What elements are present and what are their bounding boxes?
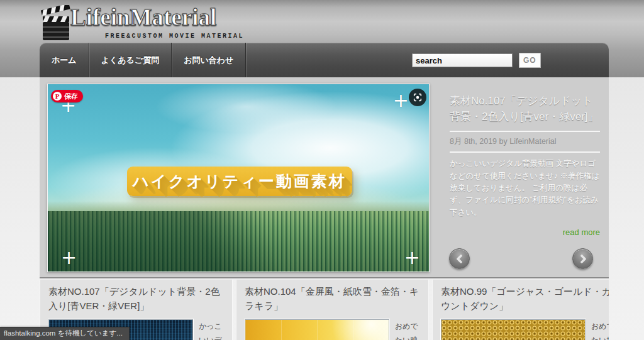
site-tagline: FREE&CUSTOM MOVIE MATERIAL <box>70 33 244 40</box>
next-slide-button[interactable] <box>572 248 593 269</box>
main-navigation: ホーム よくあるご質問 お問い合わせ GO <box>40 43 609 77</box>
post-card: 素材NO.104「金屏風・紙吹雪・金箔・キラキラ」 おめでたい映像にどうぞ <box>236 280 429 340</box>
hero-banner: ハイクオリティー動画素材 <box>127 167 352 196</box>
featured-post-description: かっこいいデジタル背景動画 文字やロゴなどのせて使用くださいませ♪ ※著作権は放… <box>450 158 600 219</box>
post-card-body: おめでたい場面にどうぞ <box>441 319 609 340</box>
post-card: 素材NO.99「ゴージャス・ゴールド・カウントダウン」 おめでたい場面にどうぞ <box>432 280 609 340</box>
hero-banner-text: ハイクオリティー動画素材 <box>133 171 347 192</box>
plus-mark-icon: + <box>61 251 77 264</box>
nav-item-faq[interactable]: よくあるご質問 <box>89 43 172 77</box>
image-lens-button[interactable] <box>409 89 426 106</box>
plus-mark-icon: + <box>404 251 420 264</box>
post-card-title[interactable]: 素材NO.107「デジタルドット背景・2色入り[青VER・緑VER]」 <box>48 284 224 314</box>
site-title: LifeinMaterial <box>70 4 216 31</box>
hero-forest-image <box>48 211 429 271</box>
search-area: GO <box>412 53 541 68</box>
thumbnail-gold-countdown[interactable] <box>441 319 586 340</box>
divider <box>450 151 600 153</box>
pinterest-save-label: 保存 <box>64 92 78 101</box>
divider <box>450 131 600 132</box>
plus-mark-icon: + <box>393 94 409 107</box>
pinterest-icon: P <box>53 92 62 101</box>
site-logo[interactable]: LifeinMaterial FREE&CUSTOM MOVIE MATERIA… <box>38 3 252 41</box>
nav-item-home[interactable]: ホーム <box>40 43 89 77</box>
search-go-button[interactable]: GO <box>519 53 541 68</box>
post-card-snippet: かっこいいデジタル背景動画 <box>199 319 224 340</box>
clapperboard-icon <box>39 5 72 41</box>
post-card-title[interactable]: 素材NO.99「ゴージャス・ゴールド・カウントダウン」 <box>441 284 609 314</box>
thumbnail-gold-foil[interactable] <box>245 319 389 340</box>
hero-slide[interactable]: + + + + ハイクオリティー動画素材 P 保存 <box>47 84 430 272</box>
post-card-snippet: おめでたい映像にどうぞ <box>395 319 420 340</box>
chevron-right-icon <box>579 255 587 263</box>
featured-post-date: 8月 8th, 2019 by LifeinMaterial <box>450 136 600 147</box>
search-input[interactable] <box>412 53 513 67</box>
post-card-title[interactable]: 素材NO.104「金屏風・紙吹雪・金箔・キラキラ」 <box>245 284 420 314</box>
chevron-left-icon <box>455 255 464 263</box>
read-more-link[interactable]: read more <box>450 228 600 237</box>
featured-post-title[interactable]: 素材No.107「デジタルドット背景・2色入り[青ver・緑ver]」 <box>450 94 600 124</box>
featured-post-sidebar: 素材No.107「デジタルドット背景・2色入り[青ver・緑ver]」 8月 8… <box>442 84 608 272</box>
browser-status-tooltip: flashtalking.com を待機しています... <box>0 327 130 340</box>
pinterest-save-button[interactable]: P 保存 <box>51 90 83 102</box>
nav-item-contact[interactable]: お問い合わせ <box>172 43 246 77</box>
featured-panel: + + + + ハイクオリティー動画素材 P 保存 素材No.107「デジタルド… <box>40 77 609 278</box>
camera-lens-icon <box>413 92 423 102</box>
prev-slide-button[interactable] <box>449 248 470 269</box>
post-card-snippet: おめでたい場面にどうぞ <box>591 319 609 340</box>
post-card-body: おめでたい映像にどうぞ <box>245 319 420 340</box>
